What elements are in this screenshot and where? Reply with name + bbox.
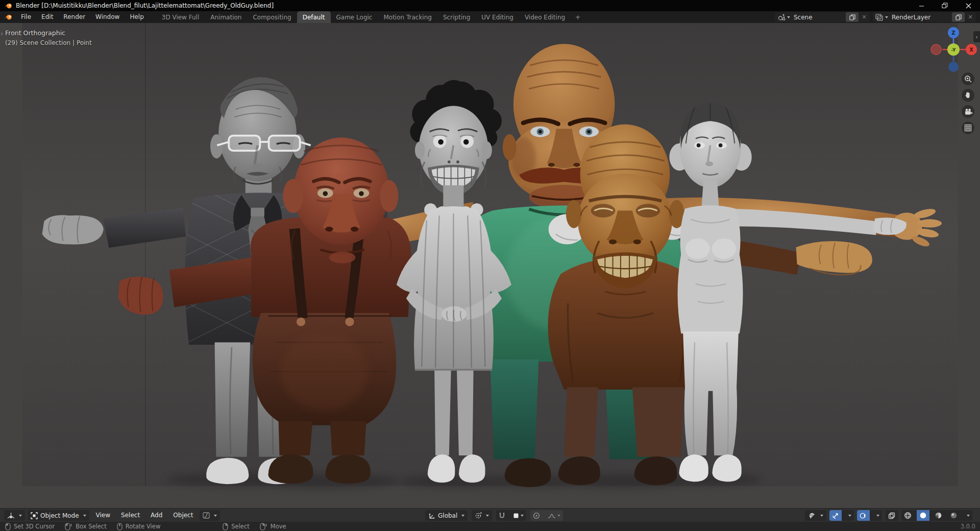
- navigation-gizmo[interactable]: Z X -Y: [930, 26, 977, 75]
- minimize-button[interactable]: [910, 0, 933, 11]
- menu-window[interactable]: Window: [90, 11, 125, 23]
- magnet-icon: [499, 512, 505, 519]
- shading-solid-button[interactable]: [917, 510, 929, 521]
- scene-selector: Scene ✕: [775, 12, 870, 22]
- pan-hand-icon[interactable]: [962, 89, 974, 102]
- tab-3d-view-full[interactable]: 3D View Full: [156, 11, 205, 23]
- tab-scripting[interactable]: Scripting: [437, 11, 476, 23]
- scene-icon[interactable]: [777, 14, 786, 21]
- object-type-visibility[interactable]: [805, 510, 826, 521]
- hint-label: Rotate View: [126, 523, 161, 530]
- menu-file[interactable]: File: [16, 11, 36, 23]
- mode-selector[interactable]: Object Mode: [28, 510, 89, 521]
- material-sphere-icon: [935, 512, 942, 519]
- snap-target-selector[interactable]: [510, 510, 526, 521]
- camera-view-icon[interactable]: [962, 105, 974, 118]
- editor-3d-viewport-icon: [7, 512, 15, 519]
- shading-rendered-button[interactable]: [947, 510, 960, 521]
- proportional-editing-toggle[interactable]: [530, 510, 543, 521]
- zoom-icon[interactable]: [962, 73, 974, 85]
- mouse-left-drag-icon: [65, 523, 72, 530]
- orthographic-grid-icon[interactable]: [962, 122, 974, 134]
- window-title: Blender [D:\Muistitikku\Blender\Blend_fi…: [16, 2, 274, 9]
- id-blocks: Scene ✕ RenderLayer ✕: [775, 12, 976, 22]
- new-view-layer-button[interactable]: [952, 12, 965, 22]
- new-scene-button[interactable]: [846, 12, 859, 22]
- axis-neg-z-handle[interactable]: [948, 62, 959, 72]
- hint-label: Move: [271, 523, 286, 530]
- rendered-sphere-icon: [950, 512, 958, 519]
- proportional-falloff-selector[interactable]: [545, 510, 563, 521]
- menu-edit[interactable]: Edit: [36, 11, 58, 23]
- hint-select: Select: [223, 523, 249, 530]
- proportional-circle-icon: [533, 512, 540, 519]
- viewport-header: Object Mode View Select Add Object Globa…: [0, 508, 980, 522]
- xray-icon: [888, 512, 895, 519]
- pivot-icon: [475, 512, 482, 519]
- menu-help[interactable]: Help: [125, 11, 149, 23]
- sidebar-collapse-icon[interactable]: ‹: [973, 31, 980, 42]
- editor-type-selector[interactable]: [4, 510, 25, 521]
- axis-neg-x-handle[interactable]: [931, 44, 941, 55]
- add-workspace-button[interactable]: +: [571, 11, 585, 23]
- shading-mode-controls: [901, 510, 972, 521]
- blender-logo-icon: [5, 2, 12, 10]
- mode-label: Object Mode: [40, 512, 79, 519]
- remove-view-layer-button[interactable]: ✕: [965, 14, 976, 20]
- render-layer-icon[interactable]: [875, 14, 884, 21]
- solid-sphere-icon: [919, 512, 927, 519]
- overlays-dropdown[interactable]: [872, 510, 882, 521]
- pivot-point-selector[interactable]: [472, 510, 492, 521]
- blender-app-menu[interactable]: [0, 11, 16, 23]
- gizmo-dropdown[interactable]: [844, 510, 854, 521]
- view-menu[interactable]: View: [92, 509, 114, 522]
- viewport-nav-buttons: [962, 73, 974, 134]
- select-menu[interactable]: Select: [117, 509, 144, 522]
- proportional-editing-controls: [530, 510, 563, 521]
- shading-dropdown[interactable]: [963, 510, 972, 521]
- axis-neg-y-label: -Y: [951, 47, 956, 53]
- show-gizmo-toggle[interactable]: [829, 510, 842, 521]
- 3d-viewport[interactable]: › Front Orthographic (29) Scene Collecti…: [0, 23, 980, 508]
- restore-button[interactable]: [933, 0, 957, 11]
- view-layer-name-field[interactable]: RenderLayer: [888, 14, 950, 21]
- falloff-curve-icon: [548, 512, 556, 519]
- orientation-axes-icon: [428, 512, 435, 519]
- show-overlays-toggle[interactable]: [857, 510, 870, 521]
- blender-version: 3.0.0: [961, 523, 975, 530]
- curve-icon: [203, 512, 210, 519]
- overlay-controls: [857, 510, 882, 521]
- menu-render[interactable]: Render: [58, 11, 90, 23]
- wireframe-sphere-icon: [904, 512, 912, 519]
- close-button[interactable]: [957, 0, 980, 11]
- toolbar-expand-icon[interactable]: ›: [1, 30, 3, 37]
- tab-animation[interactable]: Animation: [205, 11, 247, 23]
- tab-uv-editing[interactable]: UV Editing: [476, 11, 519, 23]
- tab-compositing[interactable]: Compositing: [247, 11, 297, 23]
- hint-label: Set 3D Cursor: [14, 523, 55, 530]
- transform-orientation-selector[interactable]: Global: [425, 510, 468, 521]
- unlink-scene-button[interactable]: ✕: [859, 14, 870, 20]
- snap-toggle[interactable]: [496, 510, 508, 521]
- view-name-overlay: Front Orthographic: [5, 29, 65, 37]
- mouse-right-drag-icon: [260, 523, 267, 530]
- scene-name-field[interactable]: Scene: [790, 14, 844, 21]
- shading-wireframe-button[interactable]: [901, 510, 914, 521]
- tab-default[interactable]: Default: [297, 11, 331, 23]
- gizmo-controls: [829, 510, 854, 521]
- shading-material-button[interactable]: [932, 510, 945, 521]
- hint-label: Box Select: [76, 523, 107, 530]
- xray-toggle[interactable]: [885, 510, 898, 521]
- falloff-dropdown[interactable]: [200, 510, 220, 521]
- object-menu[interactable]: Object: [169, 509, 197, 522]
- scene-render: [0, 23, 980, 508]
- axis-x-label: X: [969, 47, 973, 53]
- title-bar: Blender [D:\Muistitikku\Blender\Blend_fi…: [0, 0, 980, 11]
- gizmo-icon: [832, 512, 839, 519]
- tab-game-logic[interactable]: Game Logic: [331, 11, 378, 23]
- window-controls: [910, 0, 980, 11]
- tab-motion-tracking[interactable]: Motion Tracking: [378, 11, 437, 23]
- object-mode-icon: [31, 512, 38, 519]
- add-menu[interactable]: Add: [146, 509, 166, 522]
- tab-video-editing[interactable]: Video Editing: [519, 11, 571, 23]
